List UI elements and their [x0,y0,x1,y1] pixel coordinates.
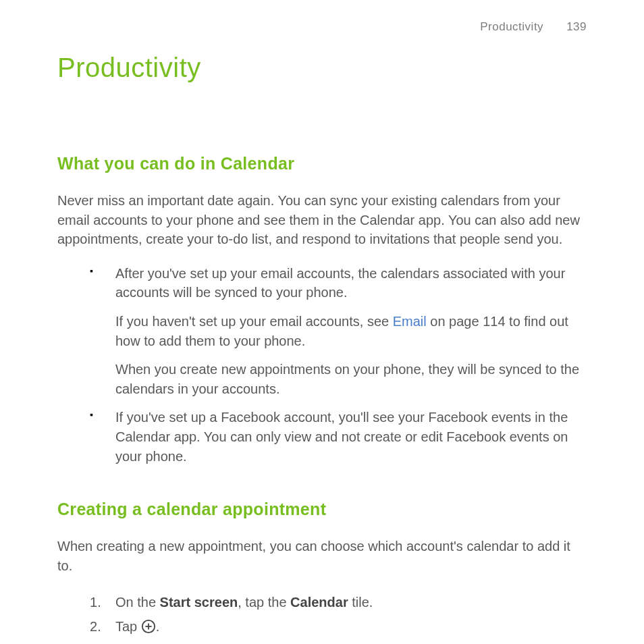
text-fragment: tile. [348,595,373,610]
text-fragment: , tap the [238,595,290,610]
strong-calendar: Calendar [290,595,348,610]
link-email[interactable]: Email [393,314,427,329]
text-fragment: On the [115,595,160,610]
document-page: Productivity139 Productivity What you ca… [0,0,644,644]
text-fragment: . [156,619,160,634]
section-heading-appointment: Creating a calendar appointment [57,500,587,519]
bullet-text: If you haven't set up your email account… [115,312,587,350]
bullet-text: After you've set up your email accounts,… [115,264,587,302]
step-item: On the Start screen, tap the Calendar ti… [90,590,587,614]
text-fragment: If you haven't set up your email account… [115,314,393,329]
ordered-steps: On the Start screen, tap the Calendar ti… [57,590,587,639]
section2-intro: When creating a new appointment, you can… [57,537,587,575]
running-section-name: Productivity [480,20,543,33]
text-fragment: Tap [115,619,141,634]
running-header: Productivity139 [57,20,587,34]
plus-circle-icon [141,619,156,634]
running-page-number: 139 [566,20,587,33]
list-item: After you've set up your email accounts,… [90,264,587,399]
strong-start-screen: Start screen [160,595,238,610]
section-heading-calendar: What you can do in Calendar [57,154,587,173]
bullet-list: After you've set up your email accounts,… [57,264,587,466]
list-item: If you've set up a Facebook account, you… [90,408,587,466]
step-item: Tap . [90,614,587,639]
section1-intro: Never miss an important date again. You … [57,191,587,249]
bullet-text: If you've set up a Facebook account, you… [115,408,587,466]
page-title: Productivity [57,53,587,83]
bullet-text: When you create new appointments on your… [115,360,587,398]
